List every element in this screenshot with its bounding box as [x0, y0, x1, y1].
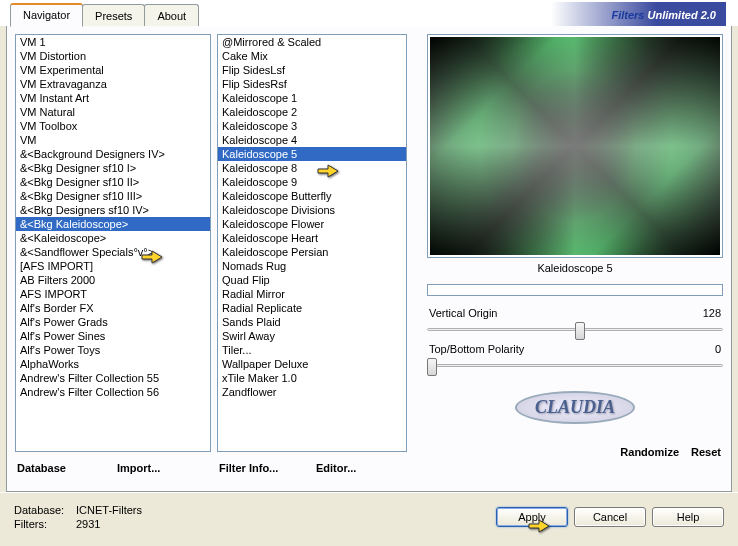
help-button[interactable]: Help: [652, 507, 724, 527]
list-item[interactable]: &<Kaleidoscope>: [16, 231, 210, 245]
randomize-button[interactable]: Randomize: [618, 442, 681, 462]
list-item[interactable]: Kaleidoscope Divisions: [218, 203, 406, 217]
preview-label: Kaleidoscope 5: [427, 262, 723, 274]
list-item[interactable]: &<Sandflower Specials°v°>: [16, 245, 210, 259]
list-item[interactable]: Alf's Power Sines: [16, 329, 210, 343]
filter-info-button[interactable]: Filter Info...: [217, 458, 310, 478]
list-item[interactable]: Zandflower: [218, 385, 406, 399]
list-item[interactable]: Kaleidoscope 3: [218, 119, 406, 133]
list-item[interactable]: Kaleidoscope 8: [218, 161, 406, 175]
list-item[interactable]: &<Bkg Designers sf10 IV>: [16, 203, 210, 217]
list-item[interactable]: VM 1: [16, 35, 210, 49]
list-item[interactable]: Tiler...: [218, 343, 406, 357]
list-item[interactable]: VM: [16, 133, 210, 147]
footer-info: Database:ICNET-Filters Filters:2931: [14, 504, 142, 530]
list-item[interactable]: @Mirrored & Scaled: [218, 35, 406, 49]
list-item[interactable]: Kaleidoscope Heart: [218, 231, 406, 245]
param-row: Top/Bottom Polarity0: [427, 342, 723, 356]
list-item[interactable]: Kaleidoscope Persian: [218, 245, 406, 259]
list-item[interactable]: Radial Replicate: [218, 301, 406, 315]
list-item[interactable]: &<Bkg Kaleidoscope>: [16, 217, 210, 231]
list-item[interactable]: Kaleidoscope 9: [218, 175, 406, 189]
list-item[interactable]: Radial Mirror: [218, 287, 406, 301]
list-item[interactable]: Kaleidoscope 2: [218, 105, 406, 119]
database-button[interactable]: Database: [15, 458, 111, 478]
list-item[interactable]: Andrew's Filter Collection 55: [16, 371, 210, 385]
list-item[interactable]: &<Bkg Designer sf10 I>: [16, 161, 210, 175]
list-item[interactable]: VM Distortion: [16, 49, 210, 63]
list-item[interactable]: Wallpaper Deluxe: [218, 357, 406, 371]
list-item[interactable]: Nomads Rug: [218, 259, 406, 273]
list-item[interactable]: Kaleidoscope 1: [218, 91, 406, 105]
list-item[interactable]: Kaleidoscope 4: [218, 133, 406, 147]
list-item[interactable]: AB Filters 2000: [16, 273, 210, 287]
list-item[interactable]: Quad Flip: [218, 273, 406, 287]
list-item[interactable]: Flip SidesRsf: [218, 77, 406, 91]
param-label: Top/Bottom Polarity: [429, 343, 524, 355]
list-item[interactable]: VM Extravaganza: [16, 77, 210, 91]
list-item[interactable]: Kaleidoscope Flower: [218, 217, 406, 231]
preview-image: [430, 37, 720, 255]
list-item[interactable]: Alf's Power Toys: [16, 343, 210, 357]
list-item[interactable]: Swirl Away: [218, 329, 406, 343]
list-item[interactable]: VM Toolbox: [16, 119, 210, 133]
param-slider[interactable]: [427, 356, 723, 376]
list-item[interactable]: AlphaWorks: [16, 357, 210, 371]
param-row: Vertical Origin128: [427, 306, 723, 320]
list-item[interactable]: &<Bkg Designer sf10 III>: [16, 189, 210, 203]
list-item[interactable]: Alf's Border FX: [16, 301, 210, 315]
list-item[interactable]: &<Bkg Designer sf10 II>: [16, 175, 210, 189]
category-list[interactable]: VM 1VM DistortionVM ExperimentalVM Extra…: [16, 35, 210, 451]
list-item[interactable]: Cake Mix: [218, 49, 406, 63]
progress-bar: [427, 284, 723, 296]
category-list-container: VM 1VM DistortionVM ExperimentalVM Extra…: [15, 34, 211, 452]
param-value: 0: [715, 343, 721, 355]
list-item[interactable]: Kaleidoscope 5: [218, 147, 406, 161]
reset-button[interactable]: Reset: [689, 442, 723, 462]
preview-frame: [427, 34, 723, 258]
list-item[interactable]: AFS IMPORT: [16, 287, 210, 301]
list-item[interactable]: Sands Plaid: [218, 315, 406, 329]
app-title: Filters Unlimited 2.0: [551, 2, 726, 26]
tab-navigator[interactable]: Navigator: [10, 3, 83, 27]
watermark: CLAUDIA: [427, 378, 723, 436]
list-item[interactable]: VM Natural: [16, 105, 210, 119]
tab-presets[interactable]: Presets: [82, 4, 145, 26]
cancel-button[interactable]: Cancel: [574, 507, 646, 527]
param-slider[interactable]: [427, 320, 723, 340]
list-item[interactable]: [AFS IMPORT]: [16, 259, 210, 273]
list-item[interactable]: VM Instant Art: [16, 91, 210, 105]
list-item[interactable]: &<Background Designers IV>: [16, 147, 210, 161]
param-value: 128: [703, 307, 721, 319]
apply-button[interactable]: Apply: [496, 507, 568, 527]
list-item[interactable]: xTile Maker 1.0: [218, 371, 406, 385]
editor-button[interactable]: Editor...: [314, 458, 407, 478]
tab-about[interactable]: About: [144, 4, 199, 26]
filter-list[interactable]: @Mirrored & ScaledCake MixFlip SidesLsfF…: [218, 35, 406, 451]
list-item[interactable]: Andrew's Filter Collection 56: [16, 385, 210, 399]
import-button[interactable]: Import...: [115, 458, 211, 478]
param-label: Vertical Origin: [429, 307, 497, 319]
filter-list-container: @Mirrored & ScaledCake MixFlip SidesLsfF…: [217, 34, 407, 452]
list-item[interactable]: Kaleidoscope Butterfly: [218, 189, 406, 203]
list-item[interactable]: VM Experimental: [16, 63, 210, 77]
list-item[interactable]: Flip SidesLsf: [218, 63, 406, 77]
list-item[interactable]: Alf's Power Grads: [16, 315, 210, 329]
